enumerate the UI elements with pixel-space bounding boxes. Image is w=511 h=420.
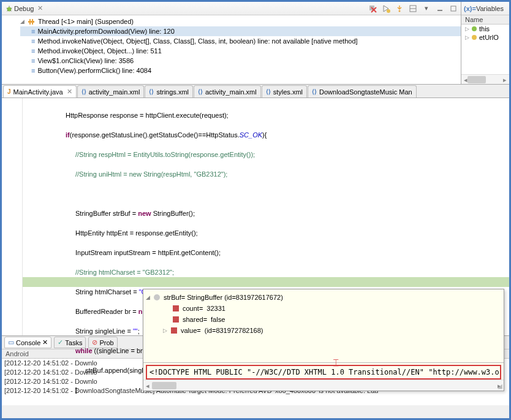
stack-frame-label: Button(View).performClick() line: 4084 <box>37 67 151 74</box>
svg-line-4 <box>7 10 9 11</box>
scrollbar-thumb[interactable] <box>152 382 176 389</box>
tab-label: strings.xml <box>156 88 189 96</box>
tab-label: MainActivity.java <box>13 88 63 96</box>
close-icon[interactable]: ✕ <box>67 88 72 96</box>
manifest-file-icon: ⟨⟩ <box>312 88 317 95</box>
field-value: 32331 <box>206 305 225 312</box>
close-icon[interactable]: ✕ <box>37 4 43 12</box>
stack-frame-label: View$1.onClick(View) line: 3586 <box>37 57 134 64</box>
scroll-right-icon[interactable]: ▸ <box>501 75 509 85</box>
tab-label: activity_main.xml <box>205 88 257 96</box>
tab-label: DownloadSongtasteMusic Man <box>319 88 412 96</box>
editor-tab[interactable]: ⟨⟩ DownloadSongtasteMusic Man <box>308 85 417 97</box>
field-icon <box>173 316 179 323</box>
stack-frame[interactable]: ≡ View$1.onClick(View) line: 3586 <box>20 56 461 66</box>
variable-name: etUrlO <box>479 34 499 41</box>
editor-gutter[interactable] <box>2 98 23 335</box>
hover-field-row[interactable]: count= 32331 <box>146 303 501 314</box>
expand-icon[interactable]: ▷ <box>465 26 469 32</box>
stack-frame-icon: ≡ <box>31 28 35 35</box>
variable-row[interactable]: ▷ this <box>461 25 509 33</box>
debug-icon <box>4 4 14 13</box>
this-icon <box>472 26 477 31</box>
expand-icon[interactable]: ▷ <box>465 34 469 40</box>
debug-toolbar: ▾ <box>368 4 458 13</box>
hover-tree[interactable]: ◢ strBuf= StringBuffer (id=831972617672)… <box>143 289 504 362</box>
editor-tab[interactable]: ⟨⟩ styles.xml <box>262 85 307 97</box>
local-var-icon <box>472 35 477 40</box>
field-name: shared= <box>183 316 207 323</box>
horizontal-scrollbar[interactable]: ◂ ▸ <box>461 74 509 84</box>
svg-rect-15 <box>28 21 34 23</box>
stack-frame-icon: ≡ <box>31 57 35 64</box>
minimize-icon[interactable] <box>435 4 445 13</box>
variable-row[interactable]: ▷ etUrlO <box>461 33 509 42</box>
stack-frame[interactable]: ≡ Method.invokeNative(Object, Object[], … <box>20 36 461 46</box>
hover-field-row[interactable]: shared= false <box>146 314 501 325</box>
field-value: (id=831972782168) <box>205 327 263 334</box>
variable-name: this <box>479 25 490 32</box>
editor-tab[interactable]: ⟨⟩ activity_main.xml <box>77 85 145 97</box>
chevron-down-icon[interactable]: ▾ <box>422 4 431 13</box>
debug-panel: Debug ✕ ▾ ◢ Thread [<1> main] (Suspended… <box>2 2 509 85</box>
stack-frame[interactable]: ≡ Button(View).performClick() line: 4084 <box>20 66 461 75</box>
editor-tab[interactable]: ⟨⟩ activity_main.xml <box>194 85 261 97</box>
editor-tab[interactable]: J MainActivity.java ✕ <box>3 85 77 97</box>
variable-hover-popup: ◢ strBuf= StringBuffer (id=831972617672)… <box>143 289 504 391</box>
tab-label: activity_main.xml <box>89 88 140 96</box>
variables-column-header[interactable]: Name <box>461 15 509 25</box>
xml-file-icon: ⟨⟩ <box>149 88 154 95</box>
hover-detail-text[interactable]: <!DOCTYPE HTML PUBLIC "-//W3C//DTD XHTML… <box>146 365 501 380</box>
debug-stack-tree[interactable]: ◢ Thread [<1> main] (Suspended) ≡ MainAc… <box>2 15 461 84</box>
horizontal-scrollbar[interactable]: ◂ ▸ <box>143 380 504 391</box>
field-name: count= <box>183 305 203 312</box>
variables-tree[interactable]: ▷ this ▷ etUrlO <box>461 25 509 74</box>
debug-view-header: Debug ✕ ▾ <box>2 2 461 15</box>
thread-icon <box>27 17 36 26</box>
xml-file-icon: ⟨⟩ <box>81 88 86 95</box>
editor-tab-bar: J MainActivity.java ✕ ⟨⟩ activity_main.x… <box>2 85 509 98</box>
stack-frame-icon: ≡ <box>31 47 35 55</box>
layout-icon[interactable] <box>408 4 418 13</box>
expand-icon[interactable]: ◢ <box>20 18 25 25</box>
svg-rect-13 <box>437 10 442 11</box>
field-icon <box>171 327 177 334</box>
stack-frame-icon: ≡ <box>31 67 35 74</box>
fold-bar[interactable] <box>23 98 29 335</box>
remove-terminated-icon[interactable] <box>368 4 377 13</box>
maximize-icon[interactable] <box>449 4 458 13</box>
stack-frame-icon: ≡ <box>31 37 35 45</box>
svg-point-9 <box>387 9 390 13</box>
xml-file-icon: ⟨⟩ <box>198 88 203 95</box>
svg-point-10 <box>399 10 401 12</box>
expand-icon[interactable]: ▷ <box>163 327 167 334</box>
svg-line-5 <box>10 10 12 11</box>
stack-frame[interactable]: ≡ MainActivity.preformDownload(View) lin… <box>20 26 461 36</box>
hover-variable-row[interactable]: ◢ strBuf= StringBuffer (id=831972617672) <box>146 292 501 303</box>
step-into-icon[interactable] <box>395 4 404 13</box>
variables-view: (x)= Variables Name ▷ this ▷ etUrlO ◂ ▸ <box>461 2 509 84</box>
thread-node[interactable]: ◢ Thread [<1> main] (Suspended) <box>20 17 461 26</box>
scrollbar-thumb[interactable] <box>467 76 486 83</box>
debug-view-title: Debug <box>14 5 34 12</box>
resize-handle-icon[interactable]: ◢ <box>498 383 502 389</box>
hover-field-row[interactable]: ▷ value= (id=831972782168) <box>146 325 501 336</box>
variables-title: Variables <box>476 5 504 12</box>
scroll-left-icon[interactable]: ◂ <box>143 380 152 391</box>
stack-frame-label: Method.invokeNative(Object, Object[], Cl… <box>37 37 357 45</box>
tab-label: styles.xml <box>273 88 303 96</box>
variables-icon: (x)= <box>464 5 476 12</box>
stack-frame-label: Method.invoke(Object, Object...) line: 5… <box>37 47 161 55</box>
variables-header: (x)= Variables <box>461 2 509 15</box>
svg-rect-16 <box>29 19 31 25</box>
xml-file-icon: ⟨⟩ <box>266 88 271 95</box>
step-with-filters-icon[interactable] <box>381 4 391 13</box>
field-value: false <box>211 316 225 323</box>
thread-label: Thread [<1> main] (Suspended) <box>38 18 134 25</box>
svg-rect-17 <box>32 19 33 25</box>
expand-icon[interactable]: ◢ <box>146 294 150 300</box>
editor-tab[interactable]: ⟨⟩ strings.xml <box>145 85 193 97</box>
debug-view: Debug ✕ ▾ ◢ Thread [<1> main] (Suspended… <box>2 2 461 84</box>
object-icon <box>154 294 160 300</box>
stack-frame[interactable]: ≡ Method.invoke(Object, Object...) line:… <box>20 46 461 56</box>
